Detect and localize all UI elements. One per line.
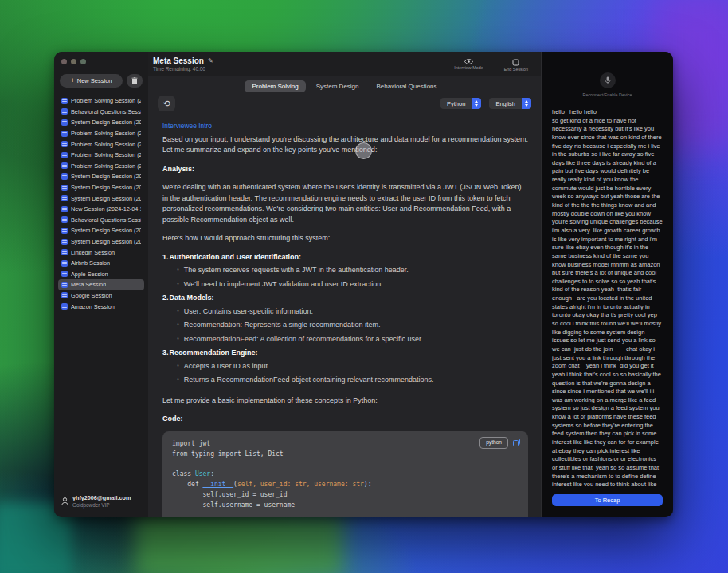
- new-session-button[interactable]: + New Session: [60, 74, 123, 88]
- tab-system-design[interactable]: System Design: [309, 80, 366, 92]
- window-controls: [54, 52, 148, 68]
- account-plan: Goldpowder VIP: [72, 502, 131, 508]
- key-points-list: 1.Authentication and User Identification…: [162, 252, 528, 386]
- code-language-select[interactable]: Python: [440, 98, 481, 109]
- session-icon: [61, 271, 68, 277]
- sidebar-session-item[interactable]: System Design Session (20...: [58, 225, 144, 236]
- analysis-paragraph: We're dealing with an authenticated syst…: [162, 182, 528, 225]
- session-label: System Design Session (20...: [71, 173, 141, 180]
- session-label: Behavioral Questions Sessio...: [71, 108, 141, 115]
- sidebar-session-item[interactable]: System Design Session (20...: [58, 117, 144, 128]
- session-icon: [61, 185, 68, 191]
- microphone-button[interactable]: [600, 72, 616, 88]
- account-info[interactable]: yhfy2006@gmail.com Goldpowder VIP: [54, 488, 148, 517]
- trash-icon: [131, 77, 138, 84]
- interview-mode-button[interactable]: Interview Mode: [449, 58, 488, 71]
- session-icon: [61, 216, 68, 223]
- sidebar-session-item[interactable]: New Session (2024-12-04 1...: [58, 204, 144, 215]
- account-email: yhfy2006@gmail.com: [72, 494, 131, 501]
- sidebar-session-item[interactable]: Linkedin Session: [58, 247, 144, 258]
- interviewee-intro-link[interactable]: Interviewee Intro: [162, 121, 212, 131]
- session-label: Problem Solving Session (2...: [71, 162, 141, 170]
- session-icon: [61, 303, 68, 310]
- code-language-badge: python: [479, 437, 508, 449]
- session-icon: [61, 162, 68, 169]
- sidebar-session-item[interactable]: Problem Solving Session (2...: [58, 161, 144, 172]
- title-bar: Meta Session ✎ Time Remaining: 40:00 Int…: [148, 52, 541, 76]
- plus-icon: +: [70, 77, 74, 84]
- intro-paragraph: Based on your input, I understand you're…: [162, 134, 528, 156]
- session-icon: [61, 292, 68, 298]
- list-item-title: 3.Recommendation Engine:: [162, 348, 528, 359]
- eye-icon: [464, 59, 473, 64]
- sidebar-session-item[interactable]: Google Session: [58, 290, 144, 302]
- code-heading: Code:: [162, 414, 528, 425]
- session-list: Problem Solving Session (2...Behavioral …: [54, 92, 148, 488]
- end-session-label: End Session: [504, 67, 528, 72]
- list-bullet: ◦User: Contains user-specific informatio…: [162, 306, 528, 318]
- transcript-text[interactable]: hello hello hello so get kind of a nice …: [542, 102, 673, 486]
- microphone-icon: [605, 76, 611, 85]
- session-icon: [61, 260, 68, 267]
- session-label: Problem Solving Session (2...: [71, 141, 141, 148]
- list-item-title: 1.Authentication and User Identification…: [162, 252, 528, 263]
- sidebar-session-item[interactable]: System Design Session (20...: [58, 193, 144, 204]
- wallpaper-green-block: [135, 511, 342, 573]
- session-label: System Design Session (20...: [71, 119, 141, 126]
- session-label: Problem Solving Session (2...: [71, 97, 141, 104]
- sidebar-session-item[interactable]: Behavioral Questions Sessio...: [58, 107, 144, 118]
- delete-session-button[interactable]: [127, 74, 143, 88]
- sidebar-session-item[interactable]: System Design Session (20...: [58, 182, 144, 193]
- chevron-updown-icon: [522, 98, 531, 109]
- close-window-button[interactable]: [61, 59, 67, 64]
- session-label: Behavioral Questions Sessio...: [71, 216, 141, 224]
- sidebar-session-item[interactable]: Problem Solving Session (2...: [58, 96, 144, 107]
- sidebar: + New Session Problem Solving Session (2…: [54, 52, 148, 517]
- code-language-value: Python: [440, 100, 472, 107]
- ai-response-content: Interviewee Intro Based on your input, I…: [148, 115, 541, 517]
- session-label: Google Session: [71, 292, 112, 299]
- sidebar-session-item[interactable]: Apple Session: [58, 269, 144, 280]
- sidebar-session-item[interactable]: System Design Session (20...: [58, 236, 144, 248]
- copy-code-icon[interactable]: [513, 439, 520, 446]
- sidebar-session-item[interactable]: Problem Solving Session (2...: [58, 138, 144, 150]
- session-icon: [61, 119, 68, 126]
- refresh-icon: ⟲: [162, 99, 170, 108]
- new-session-label: New Session: [77, 77, 112, 84]
- list-bullet: ◦Accepts a user ID as input.: [162, 361, 528, 372]
- app-window: + New Session Problem Solving Session (2…: [54, 52, 673, 517]
- main-area: Meta Session ✎ Time Remaining: 40:00 Int…: [148, 52, 541, 517]
- sidebar-session-item[interactable]: Amazon Session: [58, 301, 144, 312]
- sidebar-session-item[interactable]: Problem Solving Session (2...: [58, 150, 144, 161]
- refresh-button[interactable]: ⟲: [158, 96, 175, 111]
- tab-problem-solving[interactable]: Problem Solving: [245, 80, 305, 92]
- tab-behavioral-questions[interactable]: Behavioral Questions: [370, 80, 444, 92]
- chevron-updown-icon: [472, 98, 481, 109]
- sidebar-session-item[interactable]: Airbnb Session: [58, 258, 144, 269]
- session-title: Meta Session: [153, 57, 204, 65]
- end-session-button[interactable]: End Session: [499, 58, 533, 72]
- sidebar-session-item[interactable]: Meta Session: [58, 279, 144, 290]
- to-recap-button[interactable]: To Recap: [552, 494, 663, 506]
- minimize-window-button[interactable]: [71, 59, 76, 64]
- list-bullet: ◦We'll need to implement JWT validation …: [162, 279, 528, 290]
- list-item-title: 2.Data Models:: [162, 293, 528, 304]
- session-icon: [61, 141, 68, 147]
- sidebar-session-item[interactable]: Behavioral Questions Sessio...: [58, 215, 144, 226]
- session-label: Problem Solving Session (2...: [71, 151, 141, 158]
- spoken-language-select[interactable]: English: [489, 98, 531, 109]
- session-label: System Design Session (20...: [71, 238, 141, 245]
- session-icon: [61, 228, 68, 234]
- session-icon: [61, 98, 68, 104]
- sidebar-session-item[interactable]: Problem Solving Session (2...: [58, 128, 144, 139]
- tab-bar: Problem SolvingSystem DesignBehavioral Q…: [148, 76, 541, 94]
- transcript-panel: Reconnect/Enable Device hello hello hell…: [541, 52, 673, 517]
- code-content[interactable]: import jwtfrom typing import List, Dict …: [172, 439, 519, 517]
- device-caption: Reconnect/Enable Device: [582, 92, 632, 97]
- session-icon: [61, 152, 68, 158]
- edit-title-icon[interactable]: ✎: [208, 57, 213, 64]
- zoom-window-button[interactable]: [80, 59, 86, 64]
- time-remaining: Time Remaining: 40:00: [153, 66, 213, 72]
- sidebar-session-item[interactable]: System Design Session (20...: [58, 171, 144, 182]
- session-icon: [61, 249, 68, 255]
